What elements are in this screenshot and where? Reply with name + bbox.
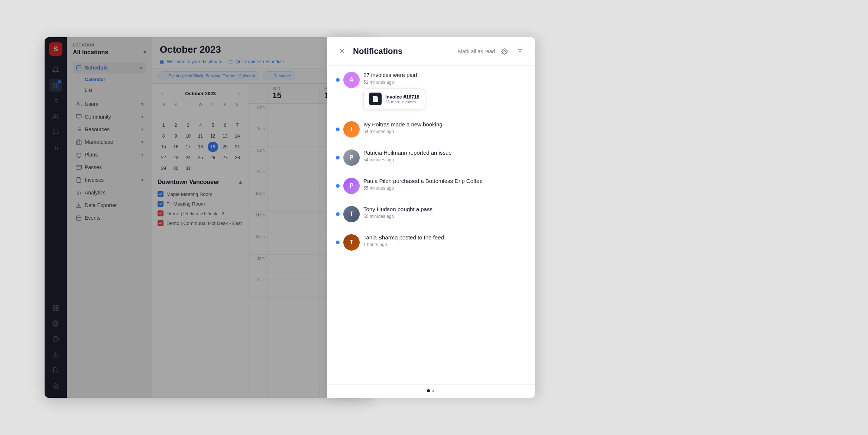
- mini-cal-date[interactable]: 17: [183, 142, 193, 152]
- mini-cal-date[interactable]: 8: [158, 131, 169, 141]
- svg-rect-16: [53, 309, 55, 310]
- mini-cal-date[interactable]: 10: [183, 131, 193, 141]
- nav-item-events[interactable]: Events: [73, 212, 146, 224]
- mini-cal-date[interactable]: 14: [232, 131, 243, 141]
- help-icon[interactable]: [49, 332, 62, 346]
- resource-maple[interactable]: Maple Meeting Room: [158, 189, 243, 199]
- nav-item-schedule[interactable]: Schedule ▲: [73, 62, 146, 74]
- mark-all-read-button[interactable]: Mark all as read: [458, 48, 495, 54]
- mini-cal-date[interactable]: 19: [208, 142, 218, 152]
- event-type-filter[interactable]: Event type is Block, Booking, External C…: [158, 71, 259, 80]
- mini-cal-date[interactable]: 15: [158, 142, 169, 152]
- mini-cal-date[interactable]: 11: [195, 131, 205, 141]
- location-selector[interactable]: All locations ▾: [73, 49, 146, 56]
- notif-item-tania[interactable]: T Tania Sharma posted to the feed 1 hour…: [327, 228, 535, 257]
- mini-cal-date[interactable]: 28: [232, 152, 243, 163]
- mini-cal-date[interactable]: 1: [158, 120, 169, 130]
- invoice-popup[interactable]: 📄 Invoice #18718 26 more invoices: [363, 88, 425, 109]
- invoice-more: 26 more invoices: [385, 100, 420, 104]
- invoice-number: Invoice #18718: [385, 94, 420, 100]
- notif-avatar-tony: T: [343, 206, 360, 222]
- nav-item-passes[interactable]: Passes: [73, 161, 146, 173]
- community-icon[interactable]: [49, 126, 62, 139]
- invoice-icon-box: 📄: [369, 93, 382, 105]
- mini-cal-date[interactable]: 9: [171, 131, 181, 141]
- flag-icon[interactable]: [49, 364, 62, 377]
- mini-cal-date[interactable]: 3: [183, 120, 193, 130]
- nav-item-users[interactable]: Users ▾: [73, 98, 146, 110]
- guide-link[interactable]: Quick guide to Schedule: [229, 59, 284, 64]
- users-icon[interactable]: [49, 110, 62, 123]
- mini-cal-date[interactable]: 22: [158, 152, 169, 163]
- settings-icon[interactable]: [49, 317, 62, 330]
- nav-sub-calendar[interactable]: Calendar: [73, 74, 146, 84]
- mini-cal-date: [195, 163, 205, 174]
- mini-cal-date[interactable]: 27: [220, 152, 230, 163]
- notif-item-ivy[interactable]: I Ivy Poitras made a new booking 54 minu…: [327, 115, 535, 144]
- notif-item-patricia[interactable]: P Patricia Heilmann reported an issue 54…: [327, 144, 535, 172]
- nav-item-data-exporter[interactable]: Data Exporter: [73, 199, 146, 211]
- notif-item-tony[interactable]: T Tony Hudson bought a pass 55 minutes a…: [327, 200, 535, 228]
- svg-rect-0: [53, 83, 55, 85]
- mini-cal-date[interactable]: 2: [171, 120, 181, 130]
- star-icon[interactable]: [49, 379, 62, 393]
- location-header[interactable]: Downtown Vancouver ▲: [158, 179, 243, 186]
- notification-icon[interactable]: [49, 63, 62, 77]
- notif-settings-button[interactable]: [499, 45, 511, 57]
- resource-filter[interactable]: Resource: [263, 71, 295, 80]
- nav-item-analytics[interactable]: Analytics: [73, 187, 146, 199]
- mini-cal-date[interactable]: 25: [195, 152, 205, 163]
- notif-time-patricia: 54 minutes ago: [363, 157, 526, 162]
- mini-cal-date[interactable]: 12: [208, 131, 218, 141]
- dashboard-link[interactable]: Welcome to your dashboard: [160, 59, 223, 64]
- day-header-sat: S: [231, 102, 243, 108]
- nav-item-resources[interactable]: Resources ▾: [73, 123, 146, 135]
- resource-fir-label: Fir Meeting Room: [166, 201, 205, 207]
- mini-cal-date[interactable]: 23: [171, 152, 181, 163]
- notif-unread-dot-6: [336, 241, 340, 244]
- resource-demo-desk[interactable]: Demo | Dedicated Desk - 2: [158, 209, 243, 218]
- mini-cal-date[interactable]: 20: [220, 142, 230, 152]
- grid-icon[interactable]: [49, 301, 62, 315]
- notif-item-paula[interactable]: P Paula Pilon purchased a Bottomless Dri…: [327, 172, 535, 200]
- table-icon[interactable]: [49, 79, 62, 92]
- notif-item-invoices[interactable]: A 27 invoices were paid 51 minutes ago 📄…: [327, 66, 535, 115]
- mini-cal-date[interactable]: 6: [220, 120, 230, 130]
- nav-sub-list[interactable]: List: [73, 85, 146, 95]
- mini-cal-date[interactable]: 31: [183, 163, 193, 174]
- notif-filter-button[interactable]: [514, 45, 526, 57]
- mini-cal-date[interactable]: 24: [183, 152, 193, 163]
- nav-item-invoices[interactable]: Invoices ▾: [73, 174, 146, 186]
- mini-cal-date: [158, 109, 169, 120]
- nav-item-plans[interactable]: Plans ▾: [73, 149, 146, 161]
- next-month-button[interactable]: ›: [234, 89, 243, 98]
- svg-rect-38: [76, 141, 81, 144]
- list-icon[interactable]: [49, 94, 62, 108]
- mini-cal-date[interactable]: 7: [232, 120, 243, 130]
- mini-cal-date[interactable]: 18: [195, 142, 205, 152]
- notif-unread-dot-4: [336, 184, 340, 188]
- mini-cal-date[interactable]: 26: [208, 152, 218, 163]
- mini-cal-date[interactable]: 21: [232, 142, 243, 152]
- nav-item-marketplace[interactable]: Marketplace ▾: [73, 136, 146, 148]
- export-icon[interactable]: [49, 348, 62, 361]
- left-panel: ‹ October 2023 › S M T W T F S: [152, 84, 249, 398]
- cal-col-sun[interactable]: [268, 104, 320, 398]
- day-header-tue: T: [182, 102, 194, 108]
- notif-time-invoices: 51 minutes ago: [363, 80, 526, 85]
- resource-demo-hot[interactable]: Demo | Communal Hot Desk - East: [158, 218, 243, 228]
- mini-cal-date[interactable]: 5: [208, 120, 218, 130]
- prev-month-button[interactable]: ‹: [158, 89, 166, 98]
- mini-cal-date[interactable]: 30: [171, 163, 181, 174]
- mini-cal-date[interactable]: 16: [171, 142, 181, 152]
- notif-close-button[interactable]: ✕: [336, 45, 348, 57]
- app-logo[interactable]: S: [49, 42, 62, 56]
- mini-cal-date[interactable]: 4: [195, 120, 205, 130]
- mini-cal-date[interactable]: 13: [220, 131, 230, 141]
- mini-calendar: ‹ October 2023 › S M T W T F S: [152, 84, 249, 179]
- resource-fir[interactable]: Fir Meeting Room: [158, 199, 243, 209]
- nav-item-community[interactable]: Community ▾: [73, 111, 146, 123]
- analytics-icon[interactable]: [49, 141, 62, 155]
- mini-cal-date[interactable]: 29: [158, 163, 169, 174]
- location-name: Downtown Vancouver: [158, 179, 219, 186]
